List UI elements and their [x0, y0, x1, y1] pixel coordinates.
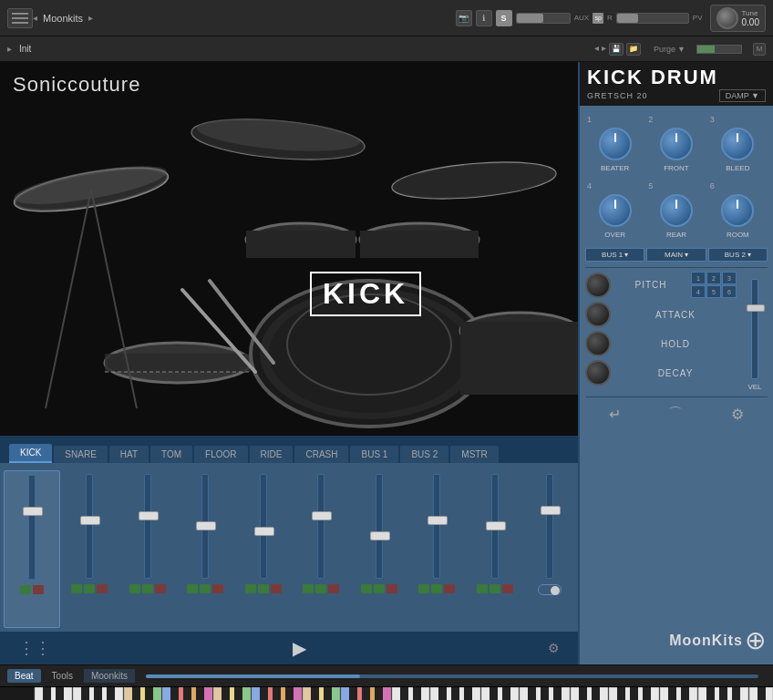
tab-snare[interactable]: SNARE	[54, 446, 107, 463]
attack-knob[interactable]	[585, 302, 611, 327]
key-black[interactable]	[107, 687, 115, 700]
fader-btn-green-bus2-2[interactable]	[490, 584, 500, 593]
pitch-btn-5[interactable]: 5	[706, 285, 721, 298]
fader-track-ride[interactable]	[317, 474, 325, 579]
fader-handle-crash[interactable]	[370, 531, 390, 540]
fader-btn-green-ride-2[interactable]	[315, 584, 326, 593]
tab-floor[interactable]: FLOOR	[194, 446, 247, 463]
fader-track-bus2[interactable]	[491, 474, 499, 579]
tune-knob[interactable]	[716, 7, 738, 29]
key-black[interactable]	[502, 687, 510, 700]
mic-knob-3[interactable]	[721, 128, 754, 160]
decay-knob[interactable]	[585, 360, 611, 386]
fader-track-bus1[interactable]	[433, 474, 440, 579]
key-black[interactable]	[579, 687, 587, 700]
fader-btn-green-hat-2[interactable]	[142, 584, 153, 593]
fader-btn-green-crash[interactable]	[361, 584, 372, 593]
key-black[interactable]	[451, 687, 459, 700]
key-black[interactable]	[553, 687, 562, 700]
init-nav-left[interactable]: ◂	[594, 43, 599, 56]
key-black[interactable]	[490, 687, 498, 700]
mic-knob-2[interactable]	[660, 128, 693, 160]
key-black[interactable]	[311, 687, 319, 700]
key-black[interactable]	[81, 687, 89, 700]
bus-select-2[interactable]: MAIN▾	[646, 248, 706, 262]
fader-track-snare[interactable]	[86, 474, 93, 579]
pitch-btn-3[interactable]: 3	[722, 272, 737, 284]
dots-icon[interactable]: ⋮⋮	[18, 638, 51, 658]
fader-btn-green-ride[interactable]	[303, 584, 314, 593]
mic-knob-5[interactable]	[660, 194, 693, 227]
key-black[interactable]	[541, 687, 549, 700]
key-black[interactable]	[643, 687, 651, 700]
fader-btn-red-bus1[interactable]	[444, 584, 455, 593]
pitch-btn-4[interactable]: 4	[691, 285, 706, 298]
key-black[interactable]	[375, 687, 383, 700]
key-black[interactable]	[413, 687, 421, 700]
key-black[interactable]	[681, 687, 689, 700]
key-black[interactable]	[273, 687, 281, 700]
init-nav-right[interactable]: ▸	[602, 43, 606, 56]
fader-handle-mstr[interactable]	[541, 506, 561, 515]
fader-track-kick[interactable]	[28, 475, 36, 580]
key-black[interactable]	[528, 687, 536, 700]
fader-btn-red-kick[interactable]	[33, 585, 44, 594]
key-black[interactable]	[668, 687, 676, 700]
fader-btn-red-snare[interactable]	[97, 584, 108, 593]
fader-btn-red-floor[interactable]	[271, 584, 282, 593]
tab-hat[interactable]: HAT	[109, 446, 149, 463]
fader-btn-red-ride[interactable]	[328, 584, 339, 593]
gear-icon[interactable]: ⚙	[548, 641, 560, 655]
tab-crash[interactable]: CRASH	[294, 446, 348, 463]
mic-knob-6[interactable]	[721, 194, 754, 227]
fader-handle-hat[interactable]	[139, 511, 159, 520]
fader-handle-kick[interactable]	[23, 507, 43, 516]
fader-track-hat[interactable]	[144, 474, 151, 579]
pitch-btn-1[interactable]: 1	[691, 272, 706, 284]
key-black[interactable]	[285, 687, 294, 700]
key-black[interactable]	[222, 687, 230, 700]
key-black[interactable]	[170, 687, 179, 700]
fader-handle-ride[interactable]	[312, 511, 332, 520]
curve-icon[interactable]: ⌒	[668, 405, 683, 424]
key-black[interactable]	[592, 687, 600, 700]
key-black[interactable]	[234, 687, 242, 700]
fader-btn-green-floor-2[interactable]	[258, 584, 269, 593]
pitch-knob[interactable]	[585, 273, 611, 298]
key-black[interactable]	[758, 687, 766, 700]
folder-icon[interactable]: 📁	[626, 43, 641, 56]
damp-button[interactable]: DAMP ▼	[719, 89, 766, 102]
vel-fader-handle[interactable]	[747, 304, 765, 312]
fader-handle-bus2[interactable]	[486, 521, 506, 530]
fader-handle-tom[interactable]	[196, 521, 216, 530]
key-black[interactable]	[145, 687, 153, 700]
key-black[interactable]	[260, 687, 268, 700]
settings-icon[interactable]: ⚙	[731, 406, 744, 423]
key-black[interactable]	[630, 687, 638, 700]
key-black[interactable]	[362, 687, 370, 700]
fader-btn-green-tom[interactable]	[187, 584, 198, 593]
fader-btn-green-crash-2[interactable]	[374, 584, 385, 593]
fader-btn-red-crash[interactable]	[386, 584, 397, 593]
pitch-btn-2[interactable]: 2	[706, 272, 721, 284]
tab-ride[interactable]: RIDE	[250, 446, 294, 463]
fader-btn-green-bus2[interactable]	[477, 584, 488, 593]
fader-btn-green-hat[interactable]	[129, 584, 140, 593]
save-icon[interactable]: 💾	[609, 43, 624, 56]
fader-btn-red-bus2[interactable]	[502, 584, 513, 593]
key-black[interactable]	[400, 687, 408, 700]
mic-knob-1[interactable]	[599, 128, 632, 160]
tab-tom[interactable]: TOM	[150, 446, 192, 463]
fader-handle-snare[interactable]	[80, 516, 100, 525]
fader-track-floor[interactable]	[260, 474, 267, 579]
key-black[interactable]	[438, 687, 447, 700]
bus-select-3[interactable]: BUS 2▾	[708, 248, 768, 262]
play-button[interactable]: ▶	[293, 637, 306, 659]
key-black[interactable]	[132, 687, 140, 700]
tab-mstr[interactable]: MSTR	[450, 446, 498, 463]
tab-bus1[interactable]: BUS 1	[350, 446, 398, 463]
fader-btn-green-bus1[interactable]	[418, 584, 429, 593]
pitch-btn-6[interactable]: 6	[722, 285, 737, 298]
key-black[interactable]	[617, 687, 625, 700]
fader-btn-green-tom-2[interactable]	[200, 584, 211, 593]
